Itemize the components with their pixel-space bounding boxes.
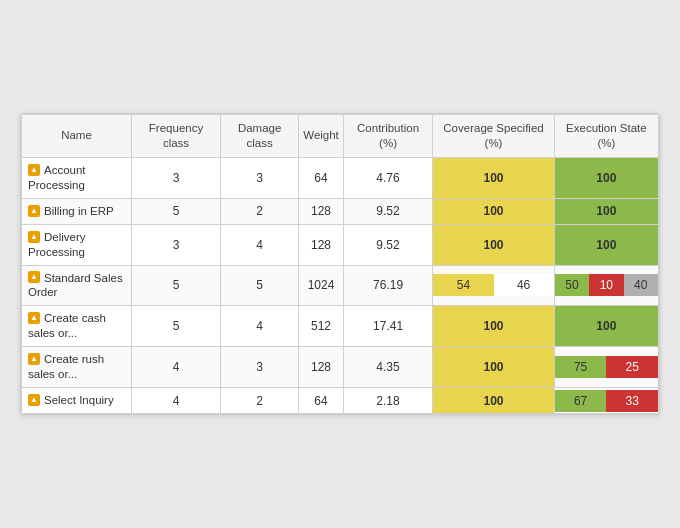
cell-coverage: 5446 — [433, 265, 554, 306]
cell-coverage: 100 — [433, 198, 554, 224]
cell-frequency: 5 — [132, 198, 221, 224]
cell-damage: 2 — [221, 198, 299, 224]
cell-contribution: 76.19 — [343, 265, 432, 306]
col-header-contribution: Contribution (%) — [343, 114, 432, 157]
cell-frequency: 3 — [132, 224, 221, 265]
cell-weight: 1024 — [299, 265, 344, 306]
coverage-left: 54 — [433, 274, 493, 296]
cell-weight: 64 — [299, 157, 344, 198]
cell-name: Standard Sales Order — [22, 265, 132, 306]
cell-frequency: 5 — [132, 306, 221, 347]
cell-damage: 4 — [221, 224, 299, 265]
row-name-label: Billing in ERP — [44, 205, 114, 217]
cell-damage: 4 — [221, 306, 299, 347]
table-row: Delivery Processing341289.52100100 — [22, 224, 659, 265]
col-header-damage: Damage class — [221, 114, 299, 157]
execution-left: 67 — [555, 390, 607, 412]
cell-frequency: 4 — [132, 388, 221, 414]
cell-name: Billing in ERP — [22, 198, 132, 224]
cell-name: Delivery Processing — [22, 224, 132, 265]
cell-name: Select Inquiry — [22, 388, 132, 414]
execution-v3: 40 — [624, 274, 658, 296]
cell-damage: 3 — [221, 347, 299, 388]
cell-coverage: 100 — [433, 388, 554, 414]
col-header-frequency: Frequency class — [132, 114, 221, 157]
execution-left: 75 — [555, 356, 607, 378]
cell-execution: 6733 — [554, 388, 658, 414]
col-header-name: Name — [22, 114, 132, 157]
cell-coverage: 100 — [433, 347, 554, 388]
cell-coverage: 100 — [433, 224, 554, 265]
cell-frequency: 5 — [132, 265, 221, 306]
cell-execution: 501040 — [554, 265, 658, 306]
row-name-label: Select Inquiry — [44, 394, 114, 406]
cell-execution: 100 — [554, 198, 658, 224]
cell-damage: 3 — [221, 157, 299, 198]
cell-name: Account Processing — [22, 157, 132, 198]
table-row: Account Processing33644.76100100 — [22, 157, 659, 198]
cell-damage: 2 — [221, 388, 299, 414]
row-name-label: Standard Sales Order — [28, 272, 123, 299]
table-row: Create rush sales or...431284.351007525 — [22, 347, 659, 388]
row-icon — [28, 271, 40, 283]
row-icon — [28, 394, 40, 406]
data-table: Name Frequency class Damage class Weight… — [21, 114, 659, 414]
execution-v1: 50 — [555, 274, 589, 296]
table-row: Standard Sales Order55102476.19544650104… — [22, 265, 659, 306]
cell-weight: 512 — [299, 306, 344, 347]
cell-weight: 128 — [299, 224, 344, 265]
col-header-execution: Execution State (%) — [554, 114, 658, 157]
main-table-container: Name Frequency class Damage class Weight… — [20, 113, 660, 415]
table-row: Create cash sales or...5451217.41100100 — [22, 306, 659, 347]
cell-damage: 5 — [221, 265, 299, 306]
cell-contribution: 4.76 — [343, 157, 432, 198]
col-header-coverage: Coverage Specified (%) — [433, 114, 554, 157]
cell-contribution: 4.35 — [343, 347, 432, 388]
cell-execution: 7525 — [554, 347, 658, 388]
cell-coverage: 100 — [433, 157, 554, 198]
execution-v2: 10 — [589, 274, 623, 296]
cell-coverage: 100 — [433, 306, 554, 347]
cell-weight: 64 — [299, 388, 344, 414]
execution-right: 25 — [606, 356, 658, 378]
cell-execution: 100 — [554, 157, 658, 198]
row-icon — [28, 164, 40, 176]
row-icon — [28, 353, 40, 365]
cell-weight: 128 — [299, 198, 344, 224]
cell-frequency: 4 — [132, 347, 221, 388]
table-row: Billing in ERP521289.52100100 — [22, 198, 659, 224]
cell-contribution: 9.52 — [343, 224, 432, 265]
col-header-weight: Weight — [299, 114, 344, 157]
cell-name: Create rush sales or... — [22, 347, 132, 388]
coverage-right: 46 — [494, 274, 554, 296]
row-icon — [28, 205, 40, 217]
row-icon — [28, 231, 40, 243]
cell-execution: 100 — [554, 224, 658, 265]
cell-contribution: 2.18 — [343, 388, 432, 414]
cell-name: Create cash sales or... — [22, 306, 132, 347]
table-row: Select Inquiry42642.181006733 — [22, 388, 659, 414]
row-icon — [28, 312, 40, 324]
cell-contribution: 17.41 — [343, 306, 432, 347]
cell-weight: 128 — [299, 347, 344, 388]
cell-execution: 100 — [554, 306, 658, 347]
cell-contribution: 9.52 — [343, 198, 432, 224]
cell-frequency: 3 — [132, 157, 221, 198]
execution-right: 33 — [606, 390, 658, 412]
